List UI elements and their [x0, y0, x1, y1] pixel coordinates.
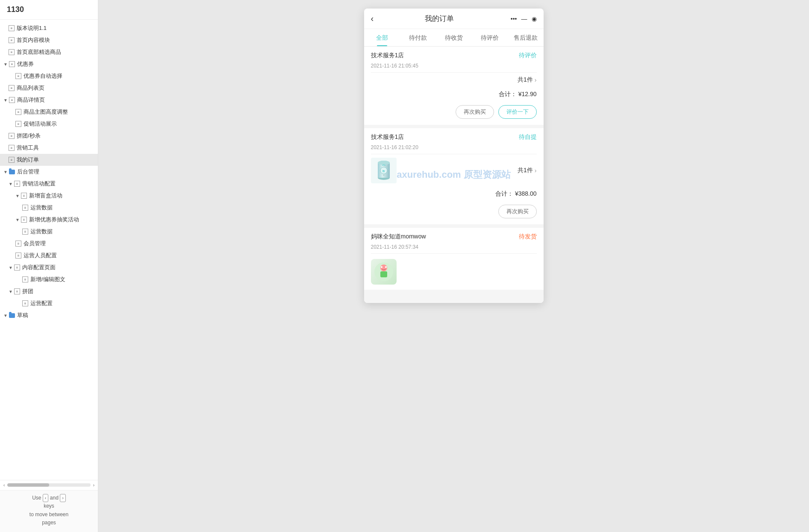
sidebar-item-ops-config2[interactable]: ≡ 运营配置: [0, 297, 98, 309]
sidebar-item-label: 新增/编辑图文: [30, 276, 65, 283]
caret-icon: ▼: [9, 265, 13, 270]
caret-icon: ▼: [15, 194, 20, 198]
close-btn[interactable]: ◉: [532, 15, 537, 22]
sidebar-item-blind-box[interactable]: ▼ ≡ 新增盲盒活动: [0, 190, 98, 202]
page-icon: ≡: [9, 61, 15, 67]
sidebar-item-coupon[interactable]: ▼ ≡ 优惠券: [0, 58, 98, 70]
tab-after-sale[interactable]: 售后退款: [508, 29, 544, 46]
order-items-3: [364, 254, 544, 290]
page-icon: ≡: [22, 205, 28, 211]
page-icon: ≡: [9, 145, 15, 151]
sidebar-item-label: 拼团: [22, 288, 33, 295]
order-actions-2: 再次购买: [364, 201, 544, 224]
scrollbar-thumb: [7, 483, 49, 487]
order-actions-1: 再次购买 评价一下: [364, 102, 544, 125]
sidebar-item-label: 首页底部精选商品: [17, 48, 61, 56]
sidebar-item-marketing-config[interactable]: ▼ ≡ 营销活动配置: [0, 178, 98, 190]
tab-all[interactable]: 全部: [364, 29, 400, 46]
sidebar-item-product-img[interactable]: ≡ 商品主图高度调整: [0, 106, 98, 118]
caret-icon: ▼: [9, 182, 13, 186]
page-icon: ≡: [22, 300, 28, 306]
tab-pending-review[interactable]: 待评价: [472, 29, 508, 46]
sidebar-item-label: 新增优惠券抽奖活动: [29, 216, 79, 223]
page-icon: ≡: [15, 109, 21, 115]
tab-label: 全部: [376, 34, 388, 41]
sidebar-item-label: 商品列表页: [17, 84, 44, 92]
page-icon: ≡: [14, 265, 20, 270]
svg-text:☺: ☺: [382, 174, 384, 176]
sidebar-item-promo-display[interactable]: ≡ 促销活动展示: [0, 118, 98, 130]
page-icon: ≡: [9, 25, 15, 31]
order-status-3: 待发货: [519, 233, 537, 241]
page-icon: ≡: [9, 85, 15, 91]
sidebar-item-label: 后台管理: [17, 168, 39, 176]
and-label: and: [50, 495, 59, 501]
phone-title: 我的订单: [368, 14, 511, 24]
order-date-3: 2021-11-16 20:57:34: [364, 244, 544, 253]
sidebar-item-home-bottom[interactable]: ≡ 首页底部精选商品: [0, 46, 98, 58]
total-amount-1: ¥12.90: [518, 91, 537, 97]
sidebar-item-my-orders[interactable]: ≡ 我的订单: [0, 154, 98, 166]
sidebar-item-marketing-tools[interactable]: ≡ 营销工具: [0, 142, 98, 154]
sidebar-item-label: 首页内容模块: [17, 36, 50, 44]
sidebar-item-label: 运营人员配置: [24, 252, 57, 259]
sidebar-item-ops-config[interactable]: ≡ 运营人员配置: [0, 250, 98, 262]
page-icon: ≡: [9, 97, 15, 103]
sidebar-item-label: 促销活动展示: [24, 120, 57, 128]
horizontal-scrollbar[interactable]: ‹ ›: [0, 480, 98, 490]
rebuy-button-1[interactable]: 再次购买: [456, 105, 494, 119]
sidebar-item-add-edit-img[interactable]: ≡ 新增/编辑图文: [0, 273, 98, 285]
more-action-btn[interactable]: •••: [511, 15, 517, 22]
scroll-right-arrow[interactable]: ›: [92, 482, 95, 488]
sidebar-item-group-kill[interactable]: ≡ 拼团/秒杀: [0, 130, 98, 142]
sidebar-item-label: 运营数据: [30, 228, 53, 235]
sidebar-item-coupon-data[interactable]: ≡ 运营数据: [0, 226, 98, 238]
sidebar: 1130 ≡ 版本说明1.1 ≡ 首页内容模块 ≡ 首页底部精选商品 ▼ ≡ 优…: [0, 0, 98, 532]
order-list: axurehub.com 原型资源站 技术服务1店 待评价 2021-11-16…: [364, 47, 544, 303]
minimize-btn[interactable]: —: [521, 15, 527, 22]
total-label: 合计：: [495, 190, 513, 197]
svg-rect-10: [380, 271, 387, 277]
tab-label: 待付款: [409, 34, 427, 41]
page-icon: ≡: [15, 253, 21, 259]
tab-pending-pay[interactable]: 待付款: [400, 29, 436, 46]
items-count-1: 共1件 ›: [518, 76, 536, 84]
sidebar-item-product-detail[interactable]: ▼ ≡ 商品详情页: [0, 94, 98, 106]
sidebar-item-version[interactable]: ≡ 版本说明1.1: [0, 22, 98, 34]
review-button-1[interactable]: 评价一下: [498, 105, 537, 119]
sidebar-item-coupon-lottery[interactable]: ▼ ≡ 新增优惠券抽奖活动: [0, 214, 98, 226]
svg-point-9: [380, 265, 387, 271]
scrollbar-track: [7, 483, 90, 487]
to-move-label: to move between: [29, 511, 68, 517]
sidebar-item-label: 新增盲盒活动: [29, 192, 62, 200]
sidebar-item-blind-data[interactable]: ≡ 运营数据: [0, 202, 98, 214]
sidebar-item-content-config[interactable]: ▼ ≡ 内容配置页面: [0, 262, 98, 273]
pages-label: pages: [42, 520, 56, 526]
sidebar-item-draft[interactable]: ▼ 草稿: [0, 309, 98, 321]
tab-pending-receive[interactable]: 待收货: [436, 29, 472, 46]
rebuy-button-2[interactable]: 再次购买: [498, 205, 537, 218]
chevron-right-icon: ›: [535, 76, 537, 83]
scroll-left-arrow[interactable]: ‹: [3, 482, 6, 488]
prev-key-badge: ‹: [43, 494, 49, 503]
order-card-1: 技术服务1店 待评价 2021-11-16 21:05:45 共1件 › 合计：…: [364, 47, 544, 125]
store-name-1: 技术服务1店: [371, 52, 404, 59]
sidebar-item-member-mgmt[interactable]: ≡ 会员管理: [0, 238, 98, 250]
caret-icon: ▼: [3, 313, 8, 318]
sidebar-item-group[interactable]: ▼ ≡ 拼团: [0, 285, 98, 297]
main-content: ‹ 我的订单 ••• — ◉ 全部 待付款 待收货 待评价 售后退款: [98, 0, 809, 532]
sidebar-footer: Use ‹ and › keys to move between pages: [0, 490, 98, 532]
sidebar-item-product-list[interactable]: ≡ 商品列表页: [0, 82, 98, 94]
sidebar-item-label: 运营数据: [30, 204, 53, 212]
sidebar-item-backend[interactable]: ▼ 后台管理: [0, 166, 98, 178]
keys-label: keys: [44, 503, 54, 509]
caret-icon: ▼: [3, 98, 8, 103]
tab-label: 待收货: [445, 34, 463, 41]
folder-icon: [9, 313, 15, 318]
sidebar-item-coupon-auto[interactable]: ≡ 优惠券自动选择: [0, 70, 98, 82]
caret-icon: ▼: [9, 289, 13, 294]
sidebar-item-home-content[interactable]: ≡ 首页内容模块: [0, 34, 98, 46]
sidebar-item-label: 版本说明1.1: [17, 24, 47, 32]
sidebar-item-label: 拼团/秒杀: [17, 132, 41, 140]
product-thumbnail-2: fr ☺: [371, 158, 397, 183]
